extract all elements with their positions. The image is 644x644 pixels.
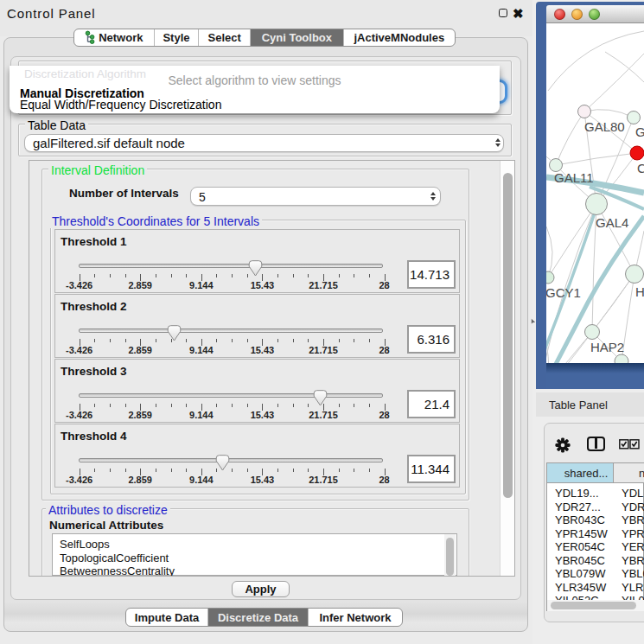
- svg-text:H: H: [635, 284, 644, 299]
- svg-text:GAL4: GAL4: [596, 215, 628, 230]
- svg-text:GA: GA: [635, 124, 644, 139]
- svg-text:GAL11: GAL11: [554, 170, 594, 185]
- svg-text:HAP2: HAP2: [590, 340, 624, 354]
- svg-text:GCY1: GCY1: [546, 285, 581, 300]
- svg-text:GAL80: GAL80: [584, 119, 625, 134]
- svg-text:C: C: [637, 161, 644, 175]
